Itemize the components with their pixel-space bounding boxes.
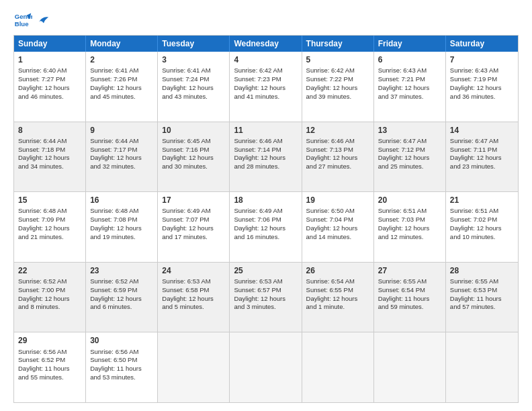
day-info-line: Sunrise: 6:50 AM [306,207,369,216]
day-number: 14 [450,125,514,136]
calendar-row-4: 22Sunrise: 6:52 AMSunset: 7:00 PMDayligh… [14,262,518,332]
day-info-line: and 57 minutes. [450,303,514,312]
day-info-line: Sunrise: 6:51 AM [378,207,441,216]
day-cell-19: 19Sunrise: 6:50 AMSunset: 7:04 PMDayligh… [302,192,374,262]
day-info-line: Sunrise: 6:43 AM [450,66,514,75]
day-info-line: and 8 minutes. [18,303,81,312]
day-info-line: Sunset: 7:22 PM [306,75,369,84]
day-cell-5: 5Sunrise: 6:42 AMSunset: 7:22 PMDaylight… [302,52,374,122]
day-info-line: and 21 minutes. [18,233,81,242]
day-info-line: Sunrise: 6:48 AM [18,207,81,216]
day-info-line: Daylight: 12 hours [450,84,514,93]
day-number: 15 [18,195,81,205]
day-info-line: Sunrise: 6:56 AM [18,348,81,357]
day-cell-1: 1Sunrise: 6:40 AMSunset: 7:27 PMDaylight… [14,52,86,122]
day-info-line: Daylight: 12 hours [234,154,297,163]
day-info-line: Sunrise: 6:49 AM [162,207,225,216]
day-info-line: Daylight: 12 hours [162,224,225,233]
day-info-line: Sunrise: 6:48 AM [90,207,153,216]
day-info-line: Sunset: 7:11 PM [450,146,514,154]
logo-icon: General Blue [13,11,32,30]
day-cell-24: 24Sunrise: 6:53 AMSunset: 6:58 PMDayligh… [158,263,230,332]
calendar-body: 1Sunrise: 6:40 AMSunset: 7:27 PMDaylight… [14,52,518,402]
day-info-line: Sunrise: 6:55 AM [378,277,441,286]
day-info-line: Sunrise: 6:42 AM [234,66,297,75]
day-info-line: Daylight: 12 hours [306,154,369,163]
day-info-line: Daylight: 12 hours [18,154,81,163]
day-info-line: Daylight: 12 hours [18,224,81,233]
day-info-line: Sunrise: 6:44 AM [90,137,153,146]
day-number: 30 [90,335,153,346]
day-number: 10 [162,125,225,136]
day-info-line: Daylight: 11 hours [18,365,81,373]
day-info-line: Sunset: 7:19 PM [450,75,514,84]
day-number: 27 [378,265,441,276]
day-info-line: and 32 minutes. [90,163,153,171]
day-number: 26 [306,265,369,276]
day-number: 9 [90,125,153,136]
day-info-line: Daylight: 12 hours [18,295,81,304]
day-cell-27: 27Sunrise: 6:55 AMSunset: 6:54 PMDayligh… [374,263,446,332]
day-info-line: and 6 minutes. [90,303,153,312]
day-info-line: Daylight: 11 hours [90,365,153,373]
day-number: 17 [162,195,225,205]
day-cell-23: 23Sunrise: 6:52 AMSunset: 6:59 PMDayligh… [86,263,158,332]
day-number: 28 [450,265,514,276]
day-info-line: Sunset: 7:23 PM [234,75,297,84]
day-cell-22: 22Sunrise: 6:52 AMSunset: 7:00 PMDayligh… [14,263,86,332]
day-info-line: Sunrise: 6:47 AM [378,137,441,146]
day-info-line: and 27 minutes. [306,163,369,171]
day-info-line: Sunrise: 6:51 AM [450,207,514,216]
header-day-saturday: Saturday [446,36,518,52]
day-info-line: and 36 minutes. [450,93,514,101]
day-cell-25: 25Sunrise: 6:53 AMSunset: 6:57 PMDayligh… [230,263,302,332]
day-info-line: and 41 minutes. [234,93,297,101]
day-cell-17: 17Sunrise: 6:49 AMSunset: 7:07 PMDayligh… [158,192,230,262]
day-cell-12: 12Sunrise: 6:46 AMSunset: 7:13 PMDayligh… [302,122,374,192]
day-info-line: Sunrise: 6:41 AM [90,66,153,75]
day-info-line: Daylight: 12 hours [18,84,81,93]
day-cell-9: 9Sunrise: 6:44 AMSunset: 7:17 PMDaylight… [86,122,158,192]
day-info-line: Sunrise: 6:41 AM [162,66,225,75]
day-number: 23 [90,265,153,276]
calendar-row-1: 1Sunrise: 6:40 AMSunset: 7:27 PMDaylight… [14,52,518,122]
day-info-line: Sunrise: 6:52 AM [18,277,81,286]
day-number: 24 [162,265,225,276]
day-info-line: Daylight: 12 hours [90,224,153,233]
day-cell-3: 3Sunrise: 6:41 AMSunset: 7:24 PMDaylight… [158,52,230,122]
day-info-line: Daylight: 11 hours [450,295,514,304]
day-info-line: Sunrise: 6:44 AM [18,137,81,146]
calendar: SundayMondayTuesdayWednesdayThursdayFrid… [13,35,519,403]
day-info-line: and 23 minutes. [450,163,514,171]
day-info-line: Daylight: 12 hours [378,84,441,93]
day-cell-2: 2Sunrise: 6:41 AMSunset: 7:26 PMDaylight… [86,52,158,122]
day-info-line: Sunset: 6:52 PM [18,356,81,365]
day-info-line: Daylight: 12 hours [234,84,297,93]
day-info-line: and 37 minutes. [378,93,441,101]
day-number: 8 [18,125,81,136]
day-number: 12 [306,125,369,136]
day-number: 6 [378,54,441,65]
header-day-monday: Monday [86,36,158,52]
day-info-line: Daylight: 12 hours [234,224,297,233]
day-cell-13: 13Sunrise: 6:47 AMSunset: 7:12 PMDayligh… [374,122,446,192]
day-cell-11: 11Sunrise: 6:46 AMSunset: 7:14 PMDayligh… [230,122,302,192]
day-info-line: Sunrise: 6:55 AM [450,277,514,286]
day-number: 5 [306,54,369,65]
header-day-thursday: Thursday [302,36,374,52]
day-info-line: Sunrise: 6:47 AM [450,137,514,146]
day-info-line: and 30 minutes. [162,163,225,171]
day-number: 18 [234,195,297,205]
day-info-line: Daylight: 12 hours [234,295,297,304]
empty-cell-4-3 [230,332,302,402]
day-info-line: Daylight: 12 hours [378,224,441,233]
day-info-line: Sunset: 7:04 PM [306,216,369,224]
empty-cell-4-5 [374,332,446,402]
day-info-line: Daylight: 12 hours [306,224,369,233]
day-info-line: Daylight: 12 hours [162,84,225,93]
day-cell-18: 18Sunrise: 6:49 AMSunset: 7:06 PMDayligh… [230,192,302,262]
day-cell-26: 26Sunrise: 6:54 AMSunset: 6:55 PMDayligh… [302,263,374,332]
day-info-line: and 5 minutes. [162,303,225,312]
day-info-line: Sunrise: 6:52 AM [90,277,153,286]
day-number: 25 [234,265,297,276]
